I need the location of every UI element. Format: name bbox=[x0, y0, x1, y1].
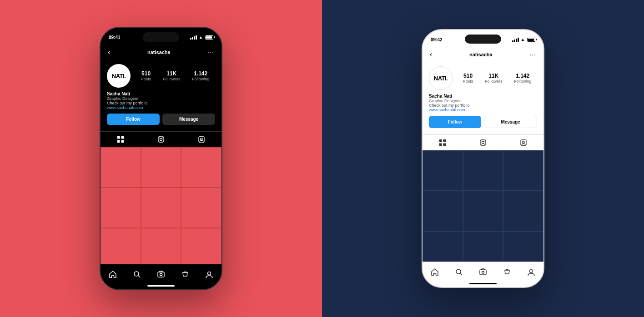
svg-rect-1 bbox=[121, 136, 124, 139]
home-indicator-light bbox=[423, 281, 543, 287]
action-buttons-dark: Follow Message bbox=[107, 114, 215, 125]
grid-cell-3[interactable] bbox=[181, 147, 221, 188]
more-button-light[interactable]: ··· bbox=[529, 51, 536, 58]
nav-search-light[interactable] bbox=[453, 266, 465, 278]
bio-line-light: Check out my portfolio bbox=[429, 103, 537, 108]
battery-icon-light bbox=[527, 38, 535, 42]
svg-rect-31 bbox=[480, 270, 486, 275]
grid-cell-5[interactable] bbox=[141, 188, 181, 228]
svg-rect-18 bbox=[443, 139, 446, 142]
grid-cell-l7[interactable] bbox=[423, 231, 463, 262]
grid-icon-light bbox=[439, 139, 446, 146]
stat-posts-dark: 510 Posts bbox=[141, 70, 151, 81]
svg-rect-0 bbox=[117, 136, 120, 139]
time-light: 09:42 bbox=[431, 37, 443, 42]
back-button-dark[interactable]: ‹ bbox=[108, 48, 110, 56]
signal-icon-light bbox=[512, 38, 519, 42]
nav-shop-dark[interactable] bbox=[179, 268, 191, 281]
nav-search-dark[interactable] bbox=[131, 268, 143, 281]
action-buttons-light: Follow Message bbox=[429, 116, 537, 128]
svg-point-26 bbox=[484, 144, 485, 145]
bio-light: Sacha Nati Graphic Designer Check out my… bbox=[429, 94, 537, 112]
grid-cell-l9[interactable] bbox=[503, 231, 543, 262]
grid-cell-2[interactable] bbox=[141, 147, 181, 188]
grid-cell-4[interactable] bbox=[101, 188, 141, 228]
profile-header-dark: NATI. 510 Posts 11K Followers 1.142 bbox=[107, 64, 215, 88]
stat-followers-light[interactable]: 11K Followers bbox=[485, 73, 503, 84]
svg-point-7 bbox=[162, 138, 163, 139]
profile-section-dark: NATI. 510 Posts 11K Followers 1.142 bbox=[101, 60, 221, 131]
nav-home-light[interactable] bbox=[428, 266, 441, 278]
posts-count-dark: 510 bbox=[141, 70, 151, 77]
stat-followers-dark[interactable]: 11K Followers bbox=[163, 70, 181, 81]
nav-profile-light[interactable] bbox=[525, 266, 538, 278]
grid-cell-6[interactable] bbox=[181, 188, 221, 228]
grid-cell-l3[interactable] bbox=[503, 150, 543, 191]
svg-point-6 bbox=[159, 138, 160, 139]
message-button-light[interactable]: Message bbox=[484, 116, 537, 128]
tab-reels-dark[interactable] bbox=[141, 132, 181, 147]
following-count-light: 1.142 bbox=[516, 73, 529, 79]
nav-profile-dark[interactable] bbox=[203, 268, 216, 281]
tab-tagged-light[interactable] bbox=[503, 135, 543, 150]
followers-label-light: Followers bbox=[485, 79, 503, 84]
svg-point-22 bbox=[482, 142, 484, 144]
home-indicator-dark bbox=[101, 283, 221, 289]
svg-point-24 bbox=[484, 141, 485, 142]
grid-cell-l6[interactable] bbox=[503, 191, 543, 231]
follow-button-dark[interactable]: Follow bbox=[107, 114, 160, 125]
message-button-dark[interactable]: Message bbox=[162, 114, 215, 125]
grid-cell-l1[interactable] bbox=[423, 150, 463, 191]
dynamic-island-light bbox=[465, 35, 501, 44]
back-button-light[interactable]: ‹ bbox=[430, 50, 432, 59]
bio-website-dark[interactable]: www.sachanati.com bbox=[107, 105, 215, 110]
profile-header-light: NATI. 510 Posts 11K Followers 1.142 bbox=[429, 66, 537, 90]
phone-light: 09:42 ▲ ‹ natisacha bbox=[422, 29, 544, 288]
grid-cell-l4[interactable] bbox=[423, 191, 463, 231]
grid-cell-l8[interactable] bbox=[463, 231, 503, 262]
tab-grid-dark[interactable] bbox=[101, 132, 141, 147]
bio-job-dark: Graphic Designer bbox=[107, 96, 215, 101]
nav-add-light[interactable] bbox=[477, 266, 489, 278]
stat-following-dark[interactable]: 1.142 Following bbox=[192, 70, 209, 81]
grid-cell-7[interactable] bbox=[101, 228, 141, 264]
nav-add-dark[interactable] bbox=[155, 268, 167, 281]
svg-point-9 bbox=[162, 141, 163, 142]
stat-following-light[interactable]: 1.142 Following bbox=[514, 73, 531, 84]
stat-posts-light: 510 Posts bbox=[463, 73, 473, 84]
tagged-icon-light bbox=[520, 139, 527, 146]
svg-rect-21 bbox=[480, 140, 486, 145]
bio-dark: Sacha Nati Graphic Designer Check out my… bbox=[107, 91, 215, 110]
nav-home-dark[interactable] bbox=[106, 268, 119, 281]
following-label-light: Following bbox=[514, 79, 531, 84]
bio-website-light[interactable]: www.sachanati.com bbox=[429, 108, 537, 112]
tab-grid-light[interactable] bbox=[423, 135, 463, 150]
grid-cell-9[interactable] bbox=[181, 228, 221, 264]
profile-username-light: natisacha bbox=[469, 52, 493, 57]
grid-cell-l2[interactable] bbox=[463, 150, 503, 191]
tab-tagged-dark[interactable] bbox=[181, 132, 221, 147]
time-dark: 09:41 bbox=[109, 35, 121, 40]
svg-point-5 bbox=[160, 139, 162, 141]
svg-point-15 bbox=[160, 273, 162, 276]
svg-rect-14 bbox=[158, 272, 164, 277]
svg-point-32 bbox=[482, 271, 484, 273]
bio-name-dark: Sacha Nati bbox=[107, 91, 215, 96]
grid-cell-l5[interactable] bbox=[463, 191, 503, 231]
status-icons-dark: ▲ bbox=[190, 35, 213, 40]
more-button-dark[interactable]: ··· bbox=[207, 49, 214, 56]
svg-rect-2 bbox=[117, 140, 120, 143]
right-panel: 09:42 ▲ ‹ natisacha bbox=[322, 0, 644, 317]
grid-cell-8[interactable] bbox=[141, 228, 181, 264]
bio-name-light: Sacha Nati bbox=[429, 94, 537, 99]
tab-reels-light[interactable] bbox=[463, 135, 503, 150]
svg-point-8 bbox=[159, 141, 160, 142]
nav-shop-light[interactable] bbox=[501, 266, 513, 278]
follow-button-light[interactable]: Follow bbox=[429, 116, 481, 128]
status-icons-light: ▲ bbox=[512, 37, 535, 42]
svg-rect-17 bbox=[439, 139, 442, 142]
grid-cell-1[interactable] bbox=[101, 147, 141, 188]
wifi-icon-light: ▲ bbox=[521, 37, 525, 42]
tab-icons-dark bbox=[101, 131, 221, 147]
posts-label-light: Posts bbox=[463, 79, 473, 84]
